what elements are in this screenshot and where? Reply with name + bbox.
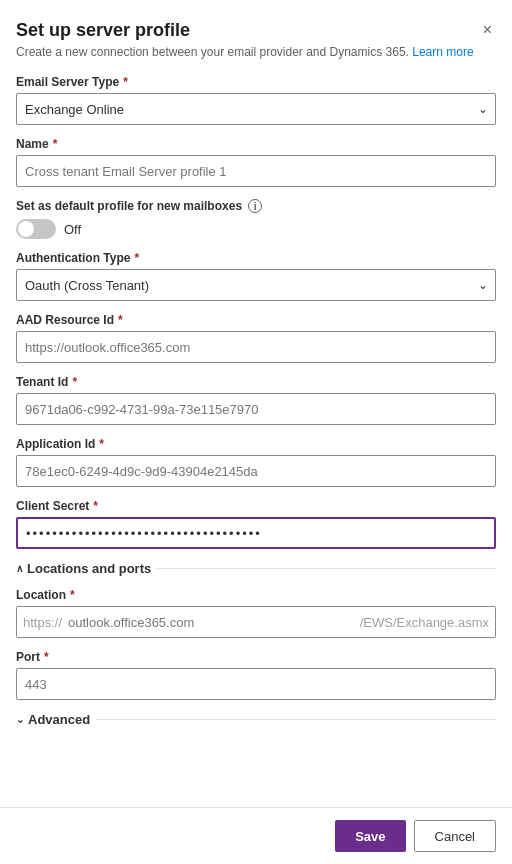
- advanced-toggle[interactable]: ⌄ Advanced: [16, 712, 90, 727]
- divider-line: [157, 568, 496, 569]
- required-indicator: *: [93, 499, 98, 513]
- port-input[interactable]: [16, 668, 496, 700]
- client-secret-field: Client Secret *: [16, 499, 496, 549]
- email-server-type-field: Email Server Type * Exchange Online ⌄: [16, 75, 496, 125]
- tenant-id-field: Tenant Id *: [16, 375, 496, 425]
- email-server-type-label: Email Server Type *: [16, 75, 496, 89]
- email-server-type-select-wrapper: Exchange Online ⌄: [16, 93, 496, 125]
- dialog: Set up server profile × Create a new con…: [0, 0, 512, 864]
- divider-line: [96, 719, 496, 720]
- name-input[interactable]: [16, 155, 496, 187]
- name-field: Name *: [16, 137, 496, 187]
- dialog-title: Set up server profile: [16, 20, 190, 41]
- required-indicator: *: [44, 650, 49, 664]
- info-icon[interactable]: i: [248, 199, 262, 213]
- close-button[interactable]: ×: [479, 20, 496, 40]
- location-field: Location * https:// /EWS/Exchange.asmx: [16, 588, 496, 638]
- email-server-type-select[interactable]: Exchange Online: [16, 93, 496, 125]
- auth-type-select[interactable]: Oauth (Cross Tenant): [16, 269, 496, 301]
- auth-type-label: Authentication Type *: [16, 251, 496, 265]
- locations-ports-toggle[interactable]: ∧ Locations and ports: [16, 561, 151, 576]
- save-button[interactable]: Save: [335, 820, 405, 852]
- footer-buttons: Save Cancel: [0, 807, 512, 864]
- required-indicator: *: [118, 313, 123, 327]
- tenant-id-label: Tenant Id *: [16, 375, 496, 389]
- locations-ports-section: ∧ Locations and ports: [16, 561, 496, 576]
- required-indicator: *: [134, 251, 139, 265]
- default-profile-label: Set as default profile for new mailboxes…: [16, 199, 496, 213]
- advanced-section: ⌄ Advanced: [16, 712, 496, 727]
- dialog-header: Set up server profile ×: [16, 20, 496, 41]
- required-indicator: *: [123, 75, 128, 89]
- required-indicator: *: [99, 437, 104, 451]
- location-suffix: /EWS/Exchange.asmx: [354, 607, 495, 637]
- required-indicator: *: [72, 375, 77, 389]
- application-id-field: Application Id *: [16, 437, 496, 487]
- name-label: Name *: [16, 137, 496, 151]
- application-id-label: Application Id *: [16, 437, 496, 451]
- cancel-button[interactable]: Cancel: [414, 820, 496, 852]
- required-indicator: *: [53, 137, 58, 151]
- location-middle-input[interactable]: [68, 607, 354, 637]
- location-prefix: https://: [17, 607, 68, 637]
- learn-more-link[interactable]: Learn more: [412, 45, 473, 59]
- port-field: Port *: [16, 650, 496, 700]
- auth-type-select-wrapper: Oauth (Cross Tenant) ⌄: [16, 269, 496, 301]
- location-label: Location *: [16, 588, 496, 602]
- toggle-label: Off: [64, 222, 81, 237]
- aad-resource-id-label: AAD Resource Id *: [16, 313, 496, 327]
- location-input-row: https:// /EWS/Exchange.asmx: [16, 606, 496, 638]
- application-id-input[interactable]: [16, 455, 496, 487]
- chevron-up-icon: ∧: [16, 563, 23, 574]
- default-profile-toggle-row: Off: [16, 219, 496, 239]
- chevron-down-icon: ⌄: [16, 714, 24, 725]
- aad-resource-id-field: AAD Resource Id *: [16, 313, 496, 363]
- aad-resource-id-input[interactable]: [16, 331, 496, 363]
- default-profile-toggle[interactable]: [16, 219, 56, 239]
- client-secret-input[interactable]: [16, 517, 496, 549]
- port-label: Port *: [16, 650, 496, 664]
- auth-type-field: Authentication Type * Oauth (Cross Tenan…: [16, 251, 496, 301]
- required-indicator: *: [70, 588, 75, 602]
- dialog-subtitle: Create a new connection between your ema…: [16, 45, 496, 59]
- tenant-id-input[interactable]: [16, 393, 496, 425]
- client-secret-label: Client Secret *: [16, 499, 496, 513]
